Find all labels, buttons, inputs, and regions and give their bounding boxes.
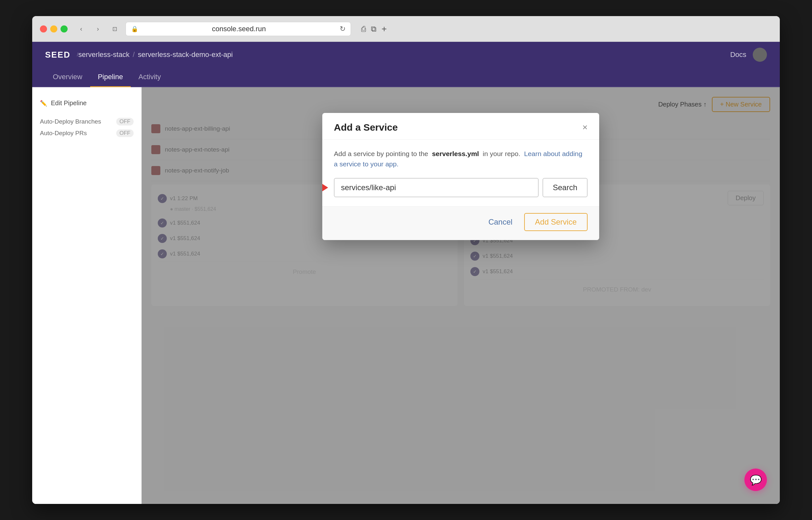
- modal-close-button[interactable]: ×: [582, 123, 588, 132]
- sidebar-edit-pipeline[interactable]: ✏️ Edit Pipeline: [40, 97, 134, 109]
- app-header: SEED / serverless-stack / serverless-sta…: [32, 42, 780, 68]
- forward-button[interactable]: ›: [92, 23, 104, 35]
- address-bar[interactable]: 🔒 console.seed.run ↻: [126, 22, 351, 36]
- arrow-head: [322, 183, 328, 192]
- browser-actions: ⎙ ⧉ +: [361, 24, 387, 34]
- sidebar-auto-deploy-prs[interactable]: Auto-Deploy PRs OFF: [40, 127, 134, 139]
- sidebar-button[interactable]: ⊡: [109, 23, 121, 35]
- cancel-button[interactable]: Cancel: [483, 214, 518, 230]
- fullscreen-traffic-light[interactable]: [60, 25, 68, 32]
- docs-link[interactable]: Docs: [730, 51, 746, 59]
- avatar[interactable]: [753, 48, 767, 62]
- chat-icon: 💬: [750, 474, 762, 486]
- minimize-traffic-light[interactable]: [50, 25, 57, 32]
- url-text: console.seed.run: [141, 25, 336, 33]
- share-button[interactable]: ⎙: [361, 24, 366, 34]
- tab-overview[interactable]: Overview: [45, 68, 90, 87]
- lock-icon: 🔒: [131, 25, 138, 32]
- modal-title: Add a Service: [334, 122, 398, 133]
- service-path-input[interactable]: [334, 178, 539, 197]
- sidebar: ✏️ Edit Pipeline Auto-Deploy Branches OF…: [32, 87, 142, 504]
- chat-bubble-button[interactable]: 💬: [744, 469, 767, 491]
- search-button[interactable]: Search: [542, 178, 588, 197]
- new-tab-button[interactable]: +: [382, 24, 387, 34]
- main-layout: ✏️ Edit Pipeline Auto-Deploy Branches OF…: [32, 87, 780, 504]
- title-bar: ‹ › ⊡ 🔒 console.seed.run ↻ ⎙ ⧉ +: [32, 16, 780, 42]
- tab-pipeline[interactable]: Pipeline: [90, 68, 131, 87]
- modal-description: Add a service by pointing to the serverl…: [334, 149, 588, 169]
- tab-activity[interactable]: Activity: [131, 68, 169, 87]
- traffic-lights: [40, 25, 68, 32]
- header-right: Docs: [730, 48, 767, 62]
- sidebar-auto-deploy-branches[interactable]: Auto-Deploy Branches OFF: [40, 116, 134, 127]
- app-logo: SEED: [45, 50, 71, 60]
- pencil-icon: ✏️: [40, 100, 47, 107]
- modal-header: Add a Service ×: [322, 113, 599, 140]
- breadcrumb-item-1[interactable]: serverless-stack: [78, 51, 129, 59]
- breadcrumb: serverless-stack / serverless-stack-demo…: [78, 51, 233, 59]
- add-service-button[interactable]: Add Service: [524, 213, 588, 231]
- modal-input-row: Search: [334, 178, 588, 197]
- close-traffic-light[interactable]: [40, 25, 47, 32]
- reload-button[interactable]: ↻: [340, 25, 346, 33]
- modal-body: Add a service by pointing to the serverl…: [322, 140, 599, 206]
- add-service-modal: Add a Service × Add a service by pointin…: [322, 113, 599, 240]
- arrow-indicator: [322, 183, 328, 192]
- modal-overlay: Add a Service × Add a service by pointin…: [142, 87, 780, 504]
- modal-footer: Cancel Add Service: [322, 206, 599, 240]
- breadcrumb-item-2[interactable]: serverless-stack-demo-ext-api: [138, 51, 233, 59]
- app-content: SEED / serverless-stack / serverless-sta…: [32, 42, 780, 504]
- app-nav: Overview Pipeline Activity: [32, 68, 780, 87]
- duplicate-button[interactable]: ⧉: [371, 24, 376, 34]
- back-button[interactable]: ‹: [75, 23, 87, 35]
- content-area: Deploy Phases ↑ + New Service notes-app-…: [142, 87, 780, 504]
